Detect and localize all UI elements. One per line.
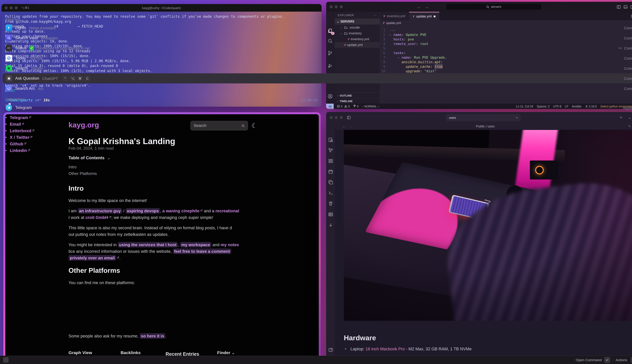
vscode-command-center[interactable]: servers <box>446 4 542 10</box>
raycast-section-label: Favorites <box>6 17 189 21</box>
search-vault-icon <box>6 35 12 41</box>
telegram-icon <box>6 104 12 111</box>
ask-question-icon <box>6 75 12 82</box>
terminal-traffic-lights[interactable] <box>4 6 18 9</box>
connected-check-icon: ✓ <box>30 46 34 50</box>
vscode-titlebar[interactable]: ← → servers <box>326 2 632 12</box>
raycast-item-lights[interactable]: LightsHome AssistantCommand <box>2 23 189 33</box>
terminal-shortcut-label: ⌥⌘1 <box>21 6 30 10</box>
search-arc-icon <box>6 85 12 92</box>
terminal-titlebar[interactable]: ⌥⌘1 kayg@ushy:~/Code/quartz <box>2 4 322 12</box>
keycap: ⌘ <box>77 75 83 82</box>
zoom-button[interactable] <box>340 5 343 8</box>
lights-icon <box>6 24 12 31</box>
today-icon <box>6 55 12 62</box>
raycast-item-today[interactable]: TodayTickTickCommand <box>2 53 189 63</box>
raycast-item-search-arc[interactable]: Search ArcArcCommand <box>2 84 189 94</box>
minimize-button[interactable] <box>335 5 338 8</box>
toggle-primary-sidebar-icon[interactable] <box>616 5 621 9</box>
raycast-section-label: Suggestions <box>6 97 189 101</box>
keycap: ^ <box>62 75 68 82</box>
search-icon <box>6 65 12 72</box>
raycast-item-status[interactable]: Status✓Connected on pug-altered.ts.netCo… <box>2 43 189 53</box>
keycap: ⌥ <box>70 75 76 82</box>
close-button[interactable] <box>330 5 333 8</box>
zoom-button[interactable] <box>15 6 18 9</box>
close-button[interactable] <box>4 6 8 9</box>
vscode-traffic-lights[interactable] <box>330 5 343 8</box>
status-icon <box>6 45 12 51</box>
terminal-title: kayg@ushy:~/Code/quartz <box>2 6 322 10</box>
search-icon <box>486 5 490 8</box>
toggle-secondary-sidebar-icon[interactable] <box>630 5 632 9</box>
raycast-item-ask-question[interactable]: Ask QuestionChatGPT^⌥⌘CCommand <box>2 73 189 84</box>
back-button[interactable]: ← <box>417 5 421 9</box>
raycast-item-search-vault[interactable]: Search VaultBitwardenCommand <box>2 33 189 43</box>
raycast-item-search[interactable]: SearchSpotifyCommand <box>2 63 189 73</box>
raycast-item-telegram[interactable]: TelegramApplication <box>2 103 189 113</box>
raycast-palette: FavoritesLightsHome AssistantCommandSear… <box>0 0 189 122</box>
minimize-button[interactable] <box>10 6 13 9</box>
toggle-panel-icon[interactable] <box>624 5 628 9</box>
forward-button[interactable]: → <box>425 5 429 9</box>
keycap: C <box>84 75 90 82</box>
desktop: ⌥⌘1 kayg@ushy:~/Code/quartz Pulling upda… <box>0 0 632 364</box>
